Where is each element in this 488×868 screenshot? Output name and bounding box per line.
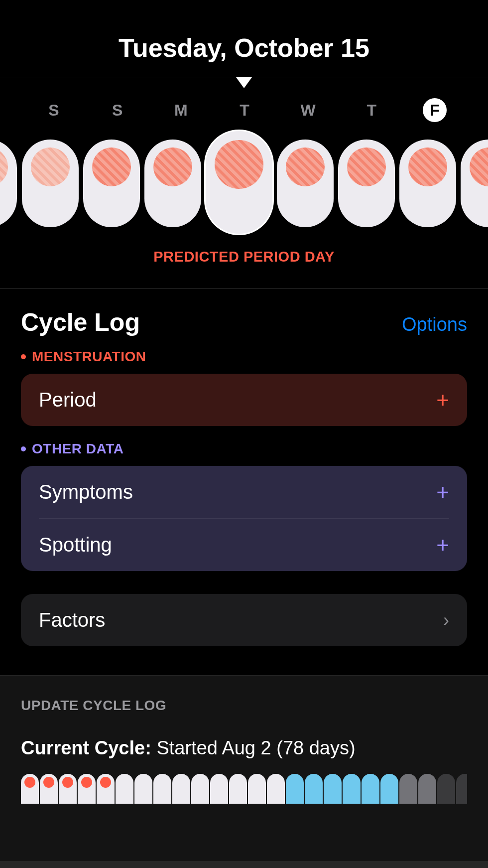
day-pill[interactable] bbox=[277, 140, 334, 227]
period-dot-icon bbox=[470, 147, 488, 186]
period-dot-icon bbox=[24, 777, 35, 788]
other-data-header: OTHER DATA bbox=[21, 441, 467, 457]
timeline-day-fertile bbox=[286, 774, 304, 804]
weekday-label-sun[interactable]: S bbox=[41, 101, 66, 120]
bullet-icon bbox=[21, 446, 26, 451]
date-title: Tuesday, October 15 bbox=[0, 0, 488, 78]
add-spotting-icon[interactable]: + bbox=[436, 534, 449, 556]
timeline-day bbox=[248, 774, 266, 804]
options-button[interactable]: Options bbox=[402, 314, 467, 335]
factors-label: Factors bbox=[39, 609, 105, 631]
other-data-header-label: OTHER DATA bbox=[32, 441, 123, 457]
weekday-label-tue[interactable]: T bbox=[232, 101, 257, 120]
timeline-day-fertile bbox=[324, 774, 342, 804]
timeline-day bbox=[172, 774, 190, 804]
timeline-day bbox=[437, 774, 455, 804]
timeline-day bbox=[229, 774, 247, 804]
period-dot-icon bbox=[0, 147, 8, 186]
period-dot-icon bbox=[153, 147, 192, 186]
symptoms-row[interactable]: Symptoms + bbox=[21, 466, 467, 518]
menstruation-header: MENSTRUATION bbox=[21, 349, 467, 365]
period-dot-icon bbox=[81, 777, 92, 788]
bullet-icon bbox=[21, 354, 26, 359]
cycle-log-title: Cycle Log bbox=[21, 308, 140, 337]
day-pill[interactable] bbox=[399, 140, 456, 227]
day-pill[interactable] bbox=[22, 140, 79, 227]
timeline-day-fertile bbox=[305, 774, 323, 804]
timeline-day bbox=[153, 774, 171, 804]
other-data-group: Symptoms + Spotting + bbox=[21, 466, 467, 571]
update-cycle-log-section: UPDATE CYCLE LOG Current Cycle: Started … bbox=[0, 675, 488, 868]
timeline-day bbox=[456, 774, 467, 804]
spotting-label: Spotting bbox=[39, 534, 112, 556]
weekday-label-sat[interactable]: S bbox=[105, 101, 130, 120]
timeline-day bbox=[78, 774, 96, 804]
current-cycle-prefix: Current Cycle: bbox=[21, 737, 151, 758]
chevron-right-icon: › bbox=[443, 610, 449, 631]
day-pill[interactable] bbox=[461, 140, 488, 227]
add-symptoms-icon[interactable]: + bbox=[436, 481, 449, 503]
period-dot-icon bbox=[43, 777, 54, 788]
timeline-day-fertile bbox=[343, 774, 361, 804]
day-pill[interactable] bbox=[338, 140, 395, 227]
current-cycle-text: Current Cycle: Started Aug 2 (78 days) bbox=[21, 737, 467, 759]
period-dot-icon bbox=[408, 147, 447, 186]
weekday-label-mon[interactable]: M bbox=[168, 101, 193, 120]
timeline-day bbox=[97, 774, 115, 804]
weekday-label-wed[interactable]: W bbox=[296, 101, 321, 120]
weekday-label-fri-today[interactable]: F bbox=[423, 98, 447, 122]
period-dot-icon bbox=[347, 147, 386, 186]
timeline-day bbox=[191, 774, 209, 804]
day-pill[interactable] bbox=[83, 140, 140, 227]
period-dot-icon bbox=[31, 147, 70, 186]
cycle-log-section: Cycle Log Options MENSTRUATION Period + … bbox=[0, 308, 488, 646]
section-divider bbox=[0, 288, 488, 289]
timeline-day-fertile bbox=[362, 774, 379, 804]
weekday-label-thu[interactable]: T bbox=[359, 101, 384, 120]
day-pill[interactable] bbox=[0, 140, 17, 227]
weekday-row: S S M T W T F bbox=[0, 95, 488, 125]
symptoms-label: Symptoms bbox=[39, 481, 133, 503]
timeline-day bbox=[59, 774, 77, 804]
timeline-day bbox=[40, 774, 58, 804]
factors-row[interactable]: Factors › bbox=[21, 594, 467, 646]
timeline-day bbox=[116, 774, 133, 804]
timeline-day bbox=[418, 774, 436, 804]
bottom-bar bbox=[0, 861, 488, 868]
selected-day-indicator-icon bbox=[236, 77, 252, 88]
day-pill-selected[interactable] bbox=[206, 131, 272, 234]
timeline-day bbox=[210, 774, 228, 804]
period-dot-icon bbox=[100, 777, 111, 788]
period-row[interactable]: Period + bbox=[21, 374, 467, 426]
period-dot-icon bbox=[62, 777, 73, 788]
timeline-day-fertile bbox=[380, 774, 398, 804]
period-dot-icon bbox=[215, 140, 263, 189]
add-period-icon[interactable]: + bbox=[436, 389, 449, 411]
day-pill[interactable] bbox=[144, 140, 201, 227]
period-label: Period bbox=[39, 389, 97, 411]
predicted-period-label: PREDICTED PERIOD DAY bbox=[0, 249, 488, 265]
timeline-day bbox=[267, 774, 285, 804]
day-pills-row[interactable] bbox=[0, 131, 488, 236]
current-cycle-desc: Started Aug 2 (78 days) bbox=[156, 737, 355, 758]
update-cycle-log-heading: UPDATE CYCLE LOG bbox=[21, 698, 467, 714]
cycle-timeline[interactable] bbox=[21, 774, 467, 804]
menstruation-header-label: MENSTRUATION bbox=[32, 349, 146, 365]
spotting-row[interactable]: Spotting + bbox=[21, 519, 467, 571]
period-dot-icon bbox=[92, 147, 131, 186]
timeline-day bbox=[399, 774, 417, 804]
timeline-day bbox=[21, 774, 39, 804]
timeline-day bbox=[134, 774, 152, 804]
period-dot-icon bbox=[286, 147, 325, 186]
